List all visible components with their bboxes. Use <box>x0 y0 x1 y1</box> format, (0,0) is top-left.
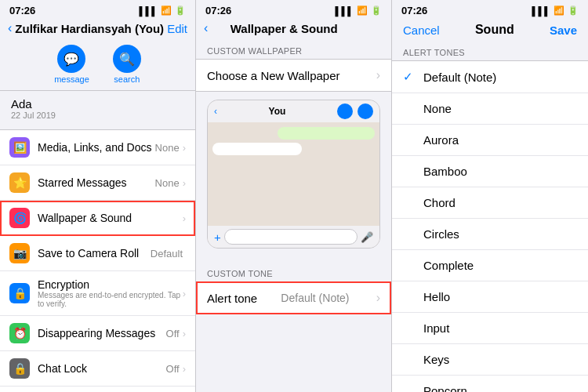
wallpaper-choose-row[interactable]: Choose a New Wallpaper › <box>196 59 391 92</box>
wallpaper-choose-text: Choose a New Wallpaper <box>207 69 340 82</box>
tone-name: Keys <box>423 353 577 366</box>
tone-aurora[interactable]: Aurora <box>392 125 588 156</box>
contact-info: Ada 22 Jul 2019 <box>0 91 195 125</box>
disappearing-icon: ⏰ <box>9 323 30 343</box>
status-icons-p2: ▌▌▌ 📶 🔋 <box>336 5 382 16</box>
tone-chevron: › <box>376 291 380 305</box>
message-icon: 💬 <box>57 45 85 73</box>
encryption-subtitle: Messages are end-to-end encrypted. Tap t… <box>38 291 183 308</box>
chatlock-row[interactable]: 🔒 Chat Lock Off › <box>0 351 195 387</box>
media-chevron: › <box>183 142 186 154</box>
status-time-p3: 07:26 <box>401 5 427 16</box>
panel-contact-settings: 07:26 ▌▌▌ 📶 🔋 ‹ Zulfikar Hardiansyah (Yo… <box>0 0 196 392</box>
tab-message-label: message <box>54 74 89 84</box>
chatlock-icon: 🔒 <box>9 358 30 379</box>
battery-icon-p3: 🔋 <box>568 5 579 16</box>
wp-icon2 <box>358 103 373 119</box>
wifi-icon-p2: 📶 <box>357 5 368 16</box>
tone-keys[interactable]: Keys <box>392 344 588 376</box>
cancel-button[interactable]: Cancel <box>403 24 440 37</box>
sound-title: Sound <box>475 23 514 37</box>
tone-label: Alert tone <box>207 292 257 305</box>
wallpaper-chevron-p2: › <box>376 68 380 82</box>
tab-search[interactable]: 🔍 search <box>113 45 141 84</box>
battery-icon: 🔋 <box>175 5 186 16</box>
wp-input-bar: + 🎤 <box>208 226 379 248</box>
bubble-left <box>212 143 302 155</box>
chatlock-title: Chat Lock <box>38 362 166 375</box>
status-bar-p2: 07:26 ▌▌▌ 📶 🔋 <box>196 0 391 18</box>
wp-icons <box>337 103 373 119</box>
custom-tone-section: CUSTOM TONE Alert tone Default (Note) › <box>196 263 391 314</box>
custom-tone-label: CUSTOM TONE <box>196 263 391 281</box>
status-icons: ▌▌▌ 📶 🔋 <box>140 5 186 16</box>
wp-input-field <box>224 229 358 245</box>
encryption-title: Encryption <box>38 278 183 291</box>
panel3-nav: Cancel Sound Save <box>392 18 588 40</box>
media-title: Media, Links, and Docs <box>38 141 155 154</box>
media-icon: 🖼️ <box>9 137 30 158</box>
chatlock-chevron: › <box>183 363 186 375</box>
signal-icon: ▌▌▌ <box>140 6 158 16</box>
wp-add-icon: + <box>214 230 221 244</box>
camera-row[interactable]: 📷 Save to Camera Roll Default <box>0 236 195 271</box>
wifi-icon-p3: 📶 <box>554 5 564 16</box>
tabs-row: 💬 message 🔍 search <box>0 40 195 91</box>
tone-circles[interactable]: Circles <box>392 219 588 250</box>
wp-icon1 <box>337 103 353 119</box>
panel-sound: 07:26 ▌▌▌ 📶 🔋 Cancel Sound Save ALERT TO… <box>392 0 588 392</box>
wifi-icon: 📶 <box>161 5 172 16</box>
tone-value: Default (Note) <box>281 292 349 304</box>
tone-hello[interactable]: Hello <box>392 281 588 313</box>
contact-date: 22 Jul 2019 <box>11 111 184 120</box>
camera-value: Default <box>151 248 183 260</box>
nav-bar: ‹ Zulfikar Hardiansyah (You) Edit <box>0 18 195 40</box>
signal-icon-p3: ▌▌▌ <box>532 6 550 16</box>
tone-chord[interactable]: Chord <box>392 187 588 219</box>
wallpaper-chevron: › <box>183 212 186 224</box>
tone-name: Aurora <box>423 133 577 147</box>
disappearing-title: Disappearing Messages <box>38 327 166 339</box>
disappearing-row[interactable]: ⏰ Disappearing Messages Off › <box>0 316 195 351</box>
tone-popcorn[interactable]: Popcorn <box>392 376 588 392</box>
starred-value: None <box>155 177 180 189</box>
wp-title: You <box>220 106 334 117</box>
alert-tone-row[interactable]: Alert tone Default (Note) › <box>196 281 391 314</box>
encryption-icon: 🔒 <box>9 283 30 303</box>
wp-header: ‹ You <box>208 100 379 122</box>
starred-icon: ⭐ <box>9 172 30 193</box>
starred-chevron: › <box>183 177 186 189</box>
save-button[interactable]: Save <box>550 24 577 37</box>
wp-mic-icon: 🎤 <box>361 231 373 243</box>
bubble-right <box>278 127 375 140</box>
search-icon: 🔍 <box>113 45 141 73</box>
media-row[interactable]: 🖼️ Media, Links, and Docs None › <box>0 130 195 165</box>
tone-complete[interactable]: Complete <box>392 250 588 281</box>
wallpaper-title: Wallpaper & Sound <box>38 212 183 224</box>
edit-button[interactable]: Edit <box>167 22 187 35</box>
status-icons-p3: ▌▌▌ 📶 🔋 <box>532 5 579 16</box>
tone-input[interactable]: Input <box>392 313 588 344</box>
tone-name: Input <box>423 321 577 335</box>
tone-name: Complete <box>423 259 577 272</box>
tab-search-label: search <box>114 74 140 84</box>
nav-title: Zulfikar Hardiansyah (You) <box>12 22 167 35</box>
contactdetails-row[interactable]: 👤 Contact Details › <box>0 387 195 392</box>
tone-name: None <box>423 102 577 115</box>
media-value: None <box>155 142 180 154</box>
sound-list: ✓ Default (Note) None Aurora Bamboo Chor… <box>392 60 588 392</box>
encryption-row[interactable]: 🔒 Encryption Messages are end-to-end enc… <box>0 271 195 316</box>
wallpaper-icon: 🌀 <box>9 208 30 228</box>
nav-bar-p2: ‹ Wallpaper & Sound <box>196 18 391 40</box>
tab-message[interactable]: 💬 message <box>54 45 89 84</box>
status-time-p2: 07:26 <box>205 5 231 16</box>
nav-title-p2: Wallpaper & Sound <box>208 22 360 35</box>
alert-tones-label: ALERT TONES <box>392 40 588 60</box>
tone-none[interactable]: None <box>392 93 588 125</box>
disappearing-chevron: › <box>183 328 186 339</box>
tone-bamboo[interactable]: Bamboo <box>392 156 588 187</box>
wallpaper-row[interactable]: 🌀 Wallpaper & Sound › <box>0 201 195 236</box>
starred-row[interactable]: ⭐ Starred Messages None › <box>0 165 195 201</box>
tone-default-note[interactable]: ✓ Default (Note) <box>392 61 588 93</box>
status-time: 07:26 <box>9 5 35 16</box>
